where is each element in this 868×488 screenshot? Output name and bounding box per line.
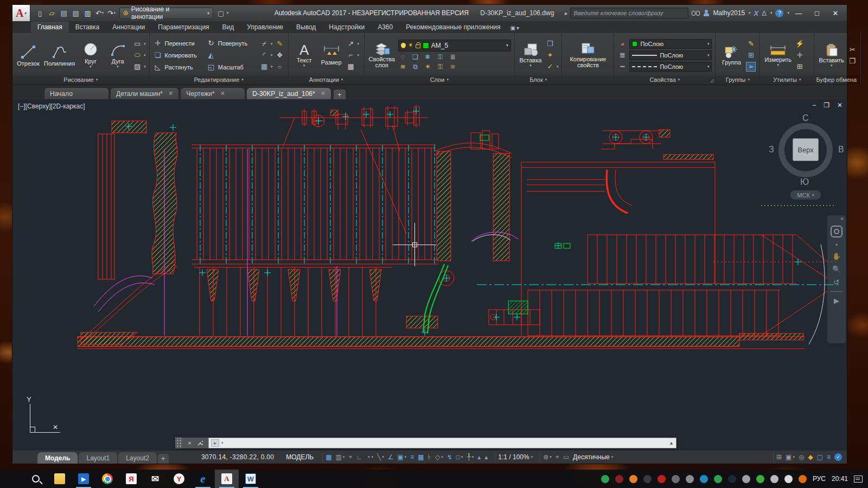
panel-label[interactable]: Утилиты: [760, 75, 814, 84]
orbit-icon[interactable]: ↺: [834, 278, 840, 286]
ribbon-tab[interactable]: Надстройки: [322, 22, 371, 33]
viewcube-south[interactable]: Ю: [800, 177, 809, 187]
add-scale-icon[interactable]: [556, 454, 559, 460]
drweb-icon[interactable]: [615, 475, 623, 483]
cloud-icon[interactable]: [742, 475, 750, 483]
units-button[interactable]: Десятичные: [573, 453, 613, 461]
ribbon-tab[interactable]: Вид: [216, 22, 241, 33]
document-tab[interactable]: Чертежи*✕: [180, 87, 245, 99]
stretch-button[interactable]: ◺Растянуть: [153, 62, 204, 72]
drawing-canvas[interactable]: [−][Сверху][2D-каркас] − ❐ ✕: [12, 99, 847, 451]
search-input[interactable]: Введите ключевое слово/фразу: [570, 8, 688, 18]
ribbon-tab[interactable]: Параметризация: [151, 22, 215, 33]
dialog-launcher-icon[interactable]: ◿: [710, 78, 713, 83]
annotation-visibility-icon[interactable]: [477, 454, 481, 460]
point-icon[interactable]: ✛: [795, 50, 805, 60]
showmotion-icon[interactable]: ▶: [834, 297, 839, 305]
document-tab[interactable]: Начало✕: [44, 87, 109, 99]
array-icon[interactable]: ▦: [259, 62, 269, 72]
copy-clip-icon[interactable]: ❐: [847, 56, 857, 66]
isolate-objects-icon[interactable]: [799, 454, 804, 460]
model-space-button[interactable]: МОДЕЛЬ: [282, 452, 318, 462]
group-select-icon[interactable]: ➢: [746, 62, 756, 72]
chevron-down-icon[interactable]: ▾: [749, 11, 751, 15]
display-icon[interactable]: [784, 475, 793, 483]
ruler-icon[interactable]: [563, 454, 569, 460]
search-icon[interactable]: [24, 470, 48, 488]
dynamic-input-icon[interactable]: [348, 454, 352, 460]
osnap-icon[interactable]: [397, 454, 406, 460]
performance-icon[interactable]: [808, 454, 813, 460]
zoom-icon[interactable]: 🔍: [832, 265, 841, 273]
edit-block-icon[interactable]: ✦: [545, 50, 555, 60]
layer-thaw-all-icon[interactable]: ☀: [423, 63, 432, 71]
close-icon[interactable]: ✕: [321, 90, 326, 97]
shield-check-icon[interactable]: [714, 475, 722, 483]
layer-match-icon[interactable]: ≣: [448, 53, 457, 61]
close-icon[interactable]: ✕: [168, 90, 173, 97]
pan-icon[interactable]: ✋: [832, 252, 841, 260]
mail-icon[interactable]: [143, 470, 167, 488]
panel-label[interactable]: Слои: [365, 75, 514, 84]
layer-dropdown[interactable]: ☀ AM_5 ▾: [398, 40, 511, 52]
copy-button[interactable]: ❏Копировать: [153, 50, 204, 60]
panel-label[interactable]: Свойства: [614, 75, 715, 84]
redo-icon[interactable]: ↷: [106, 8, 117, 18]
settings-icon[interactable]: [543, 454, 552, 460]
chevron-down-icon[interactable]: ▾: [835, 242, 838, 247]
new-tab-button[interactable]: +: [334, 89, 346, 99]
ribbon-overflow-icon[interactable]: ▣▾: [510, 25, 519, 33]
linetype-list-icon[interactable]: ┅: [617, 62, 627, 72]
maximize-button[interactable]: □: [808, 7, 826, 20]
document-tab[interactable]: Детали машин*✕: [110, 87, 179, 99]
tab-model[interactable]: Модель: [37, 452, 78, 464]
document-tab[interactable]: D-30KP_iz_aud_106*✕: [246, 87, 331, 99]
autocad-icon[interactable]: A: [215, 470, 239, 488]
new-file-icon[interactable]: ▯: [35, 8, 46, 18]
viewcube-east[interactable]: В: [838, 145, 844, 155]
window-lock-icon[interactable]: [786, 454, 795, 460]
layer-freeze-icon[interactable]: ❄: [423, 53, 432, 61]
paste-button[interactable]: Вставить▾: [818, 42, 845, 68]
start-button[interactable]: [0, 470, 24, 488]
osnap-tracking-icon[interactable]: [388, 454, 394, 460]
close-button[interactable]: ✕: [837, 101, 843, 109]
insert-block-button[interactable]: Вставка▾: [518, 42, 543, 68]
layer-unlock2-icon[interactable]: ⚿: [436, 63, 445, 71]
group-edit-icon[interactable]: ⊞: [746, 50, 756, 60]
clock[interactable]: 20:41: [832, 475, 848, 483]
films-tv-icon[interactable]: [72, 470, 95, 488]
workspace-switcher[interactable]: ⊛ Рисование и аннотации ▾: [119, 8, 214, 19]
ribbon-tab[interactable]: Вставка: [69, 22, 106, 33]
antivirus-icon[interactable]: [658, 475, 666, 483]
color-wheel-icon[interactable]: ◕: [617, 39, 627, 49]
ungroup-icon[interactable]: ✎: [746, 39, 756, 49]
lineweight-list-icon[interactable]: ≣: [617, 50, 627, 60]
transparency-icon[interactable]: [418, 454, 424, 460]
command-input[interactable]: ▸ ▾ ▲: [208, 438, 676, 448]
layer-on-all-icon[interactable]: ≋: [398, 63, 407, 71]
brush-icon[interactable]: ✎: [275, 39, 285, 49]
calculator-icon[interactable]: [776, 454, 782, 460]
trim-icon[interactable]: ⌿: [259, 39, 269, 49]
rectangle-icon[interactable]: ▭: [132, 39, 142, 49]
search-icon[interactable]: [692, 11, 700, 16]
block-attrib-icon[interactable]: ✓: [545, 62, 555, 72]
command-grip[interactable]: [175, 438, 182, 448]
layer-isolate-icon[interactable]: ❏: [411, 53, 420, 61]
chevron-down-icon[interactable]: ▾: [770, 11, 773, 15]
close-icon[interactable]: ×: [188, 440, 191, 446]
save-as-icon[interactable]: ▧: [71, 8, 81, 18]
help-icon[interactable]: ?: [775, 9, 783, 17]
navigation-wheel-icon[interactable]: [831, 226, 843, 237]
lineweight-icon[interactable]: [410, 454, 414, 460]
layer-lock-icon[interactable]: ⚿: [436, 53, 445, 61]
arc-button[interactable]: Дуга▾: [105, 41, 130, 69]
explode-icon[interactable]: ❖: [275, 50, 285, 60]
ribbon-tab[interactable]: Вывод: [290, 22, 322, 33]
edge-icon[interactable]: e: [191, 470, 215, 488]
file-explorer-icon[interactable]: [48, 470, 72, 488]
linetype-dropdown[interactable]: ПоСлою▾: [629, 62, 712, 72]
table-icon[interactable]: ▦: [346, 62, 356, 72]
hd-icon[interactable]: [643, 475, 652, 483]
